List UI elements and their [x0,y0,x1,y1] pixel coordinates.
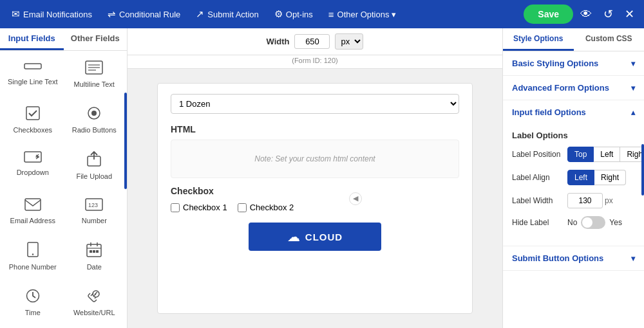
input-field-options-chevron: ▴ [631,108,635,117]
preview-button[interactable]: 👁 [576,5,596,24]
width-unit-select[interactable]: px % [335,33,363,50]
hide-label-toggle[interactable] [581,216,605,229]
submit-button-label: Submit Button Options [512,253,603,263]
left-sidebar: Input Fields Other Fields Single Line Te… [0,28,128,328]
sidebar-tab-input-fields[interactable]: Input Fields [0,28,64,50]
collapse-button[interactable]: ◀ [349,192,362,205]
tab-style-options[interactable]: Style Options [503,28,574,51]
date-label: Date [87,263,102,271]
label-width-input-group: px [567,193,613,208]
submit-btn-label: CLOUD [305,232,343,242]
label-align-row: Label Align Left Right [512,170,635,185]
checkbox-item-2[interactable]: Checkbox 2 [238,203,294,212]
sidebar-item-radio-buttons[interactable]: Radio Buttons [64,99,125,143]
svg-rect-0 [24,64,41,69]
save-button[interactable]: Save [524,5,573,24]
checkbox-items: Checkbox 1 Checkbox 2 [171,203,459,212]
tab-custom-css[interactable]: Custom CSS [574,28,645,51]
email-address-label: Email Address [10,217,55,224]
svg-rect-5 [26,107,39,120]
phone-number-icon [27,242,39,260]
hide-label-label: Hide Label [512,218,564,227]
label-align-group: Left Right [567,170,626,185]
label-position-row: Label Position Top Left Right [512,147,635,162]
basic-styling-header[interactable]: Basic Styling Options ▾ [503,51,644,75]
website-url-icon [87,289,101,306]
checkboxes-icon [26,106,40,123]
sidebar-scroll-indicator [124,93,127,189]
hide-label-yes: Yes [609,218,622,227]
advanced-form-header[interactable]: Advanced Form Options ▾ [503,76,644,100]
advanced-form-label: Advanced Form Options [512,83,609,93]
html-note: Note: Set your custom html content [179,148,451,170]
svg-rect-21 [96,250,99,253]
refresh-button[interactable]: ↺ [599,4,618,24]
label-position-right[interactable]: Right [620,147,644,162]
toggle-slider [581,216,605,229]
label-position-top[interactable]: Top [567,147,594,162]
checkbox-2-input[interactable] [238,203,247,212]
sidebar-item-time[interactable]: Time [3,282,63,326]
sidebar-item-website-url[interactable]: Website/URL [64,282,125,326]
website-url-label: Website/URL [73,309,115,316]
nav-submit-action[interactable]: ↗ Submit Action [189,5,265,24]
form-submit-button[interactable]: ☁ CLOUD [249,223,381,251]
label-width-input[interactable] [567,193,603,208]
sidebar-item-date[interactable]: Date [64,235,125,280]
nav-other-options[interactable]: ≡ Other Options ▾ [322,5,402,24]
right-panel-scroll-indicator [641,144,644,196]
checkbox-section-title: Checkbox [171,186,459,196]
sidebar-item-email-address[interactable]: Email Address [3,191,63,234]
input-field-options-content: Label Options Label Position Top Left Ri… [503,124,644,246]
time-icon [26,289,40,306]
sidebar-item-dropdown[interactable]: Dropdown [3,144,63,190]
sidebar-tabs: Input Fields Other Fields [0,28,127,51]
sidebar-item-phone-number[interactable]: Phone Number [3,235,63,280]
label-position-label: Label Position [512,150,564,159]
sidebar-item-single-line-text[interactable]: Single Line Text [3,53,63,98]
form-dropdown-field: 1 Dozen [171,94,459,114]
sidebar-items: Single Line Text Multiline Text Checkbox… [0,51,127,328]
width-input[interactable] [294,34,330,49]
top-nav: ✉ Email Notifications ⇌ Conditional Rule… [0,0,644,28]
time-label: Time [25,309,41,316]
checkbox-1-input[interactable] [171,203,180,212]
conditional-icon: ⇌ [108,8,116,20]
width-label: Width [267,37,290,46]
label-align-left[interactable]: Left [567,170,594,185]
nav-email-notifications[interactable]: ✉ Email Notifications [5,5,99,24]
input-field-options-label: Input field Options [512,107,586,117]
svg-point-14 [32,253,33,255]
sidebar-item-multiline-text[interactable]: Multiline Text [64,53,125,98]
label-position-group: Top Left Right [567,147,644,162]
label-options-title: Label Options [512,131,635,140]
label-position-left[interactable]: Left [594,147,620,162]
label-align-right[interactable]: Right [594,170,626,185]
label-width-unit: px [605,196,613,205]
nav-conditional-rule[interactable]: ⇌ Conditional Rule [101,5,187,24]
form-id-label: (Form ID: 120) [128,55,502,69]
basic-styling-label: Basic Styling Options [512,59,598,68]
sidebar-item-checkboxes[interactable]: Checkboxes [3,99,63,143]
sidebar-tab-other-fields[interactable]: Other Fields [64,28,128,50]
email-address-icon [24,198,41,214]
single-line-text-label: Single Line Text [8,78,57,86]
center-area: Width px % (Form ID: 120) 1 Dozen [128,28,502,328]
checkbox-item-1[interactable]: Checkbox 1 [171,203,227,212]
canvas-content: 1 Dozen HTML Note: Set your custom html … [157,83,473,314]
sidebar-item-number[interactable]: 123 Number [64,191,125,234]
hide-label-no: No [567,218,577,227]
dropdown-icon [24,151,42,166]
svg-rect-20 [93,250,95,253]
checkbox-1-label: Checkbox 1 [183,203,227,212]
dropdown-select[interactable]: 1 Dozen [171,94,459,114]
sidebar-item-file-upload[interactable]: File Upload [64,144,125,190]
form-checkbox-section: Checkbox Checkbox 1 Checkbox 2 [171,186,459,212]
radio-buttons-icon [87,106,101,123]
checkbox-2-label: Checkbox 2 [250,203,294,212]
input-field-options-header[interactable]: Input field Options ▴ [503,100,644,124]
close-button[interactable]: ✕ [620,4,639,24]
submit-button-header[interactable]: Submit Button Options ▾ [503,246,644,270]
nav-opt-ins[interactable]: ⚙ Opt-ins [268,5,319,24]
single-line-text-icon [24,60,42,75]
